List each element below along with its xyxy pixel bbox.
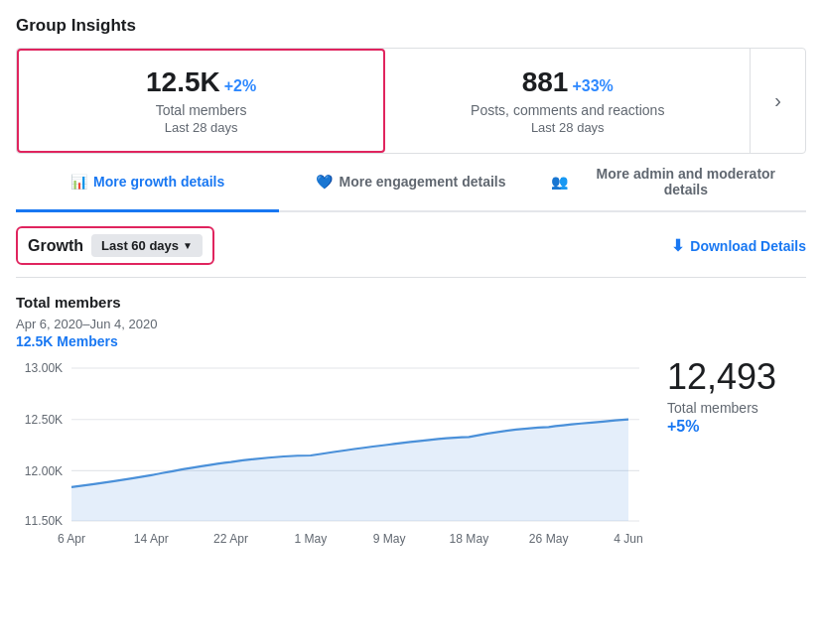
engagement-tab-icon: 💙 xyxy=(316,174,333,190)
total-members-chart-label: Total members xyxy=(667,400,758,416)
total-members-label: Total members xyxy=(156,102,247,118)
growth-tab-label: More growth details xyxy=(93,174,224,190)
x-label-6apr: 6 Apr xyxy=(58,532,85,546)
y-label-13k: 13.00K xyxy=(25,361,63,375)
total-members-section-title: Total members xyxy=(16,286,806,317)
page-title: Group Insights xyxy=(16,16,806,36)
x-label-22apr: 22 Apr xyxy=(213,532,248,546)
time-period-dropdown[interactable]: Last 60 days ▼ xyxy=(91,234,203,257)
x-label-4jun: 4 Jun xyxy=(614,532,643,546)
chevron-right-icon: › xyxy=(774,89,781,112)
total-members-change: +2% xyxy=(224,77,256,95)
chart-area: Apr 6, 2020–Jun 4, 2020 12.5K Members 13… xyxy=(16,317,806,576)
tabs-row: 📊 More growth details 💙 More engagement … xyxy=(16,154,806,212)
chart-right: 12,493 Total members +5% xyxy=(667,317,806,436)
growth-section: Growth Last 60 days ▼ ⬇ Download Details… xyxy=(16,212,806,583)
x-label-18may: 18 May xyxy=(450,532,490,546)
chart-container: 13.00K 12.50K 12.00K 11.50K xyxy=(16,357,651,576)
reactions-card: 881 +33% Posts, comments and reactions L… xyxy=(385,49,751,153)
x-label-9may: 9 May xyxy=(373,532,407,546)
more-stats-arrow[interactable]: › xyxy=(751,49,805,153)
chart-svg: 13.00K 12.50K 12.00K 11.50K xyxy=(16,357,651,576)
total-members-sublabel: Last 28 days xyxy=(165,120,238,135)
chart-members-label: 12.5K Members xyxy=(16,333,651,349)
x-label-1may: 1 May xyxy=(294,532,328,546)
chart-left: Apr 6, 2020–Jun 4, 2020 12.5K Members 13… xyxy=(16,317,651,576)
x-label-26may: 26 May xyxy=(529,532,570,546)
tab-engagement[interactable]: 💙 More engagement details xyxy=(279,154,542,212)
section-divider xyxy=(16,277,806,278)
reactions-stat: 881 +33% xyxy=(522,66,614,98)
chart-date-range: Apr 6, 2020–Jun 4, 2020 xyxy=(16,317,651,331)
x-label-14apr: 14 Apr xyxy=(134,532,169,546)
admin-tab-icon: 👥 xyxy=(551,174,568,190)
total-members-stat: 12.5K +2% xyxy=(146,66,256,98)
download-icon: ⬇ xyxy=(671,236,684,255)
dropdown-label: Last 60 days xyxy=(101,238,179,253)
reactions-value: 881 xyxy=(522,66,569,98)
stats-row: 12.5K +2% Total members Last 28 days 881… xyxy=(16,48,806,154)
tab-growth[interactable]: 📊 More growth details xyxy=(16,154,279,212)
y-label-11-5k: 11.50K xyxy=(25,514,63,528)
growth-title: Growth xyxy=(28,237,83,255)
group-insights-container: Group Insights 12.5K +2% Total members L… xyxy=(0,0,822,599)
y-label-12k: 12.00K xyxy=(25,464,63,478)
download-details-button[interactable]: ⬇ Download Details xyxy=(671,236,806,255)
tab-admin[interactable]: 👥 More admin and moderator details xyxy=(543,154,806,212)
growth-controls: Growth Last 60 days ▼ xyxy=(16,226,214,265)
engagement-tab-label: More engagement details xyxy=(339,174,505,190)
total-members-card: 12.5K +2% Total members Last 28 days xyxy=(17,49,385,153)
download-label: Download Details xyxy=(690,238,806,254)
y-label-12-5k: 12.50K xyxy=(25,413,63,427)
reactions-change: +33% xyxy=(572,77,613,95)
dropdown-arrow-icon: ▼ xyxy=(183,240,193,251)
reactions-sublabel: Last 28 days xyxy=(531,120,605,135)
total-members-number: 12,493 xyxy=(667,356,776,398)
total-members-pct-change: +5% xyxy=(667,418,699,436)
growth-header: Growth Last 60 days ▼ ⬇ Download Details xyxy=(16,226,806,265)
growth-tab-icon: 📊 xyxy=(70,174,87,190)
total-members-value: 12.5K xyxy=(146,66,220,98)
reactions-label: Posts, comments and reactions xyxy=(471,102,664,118)
admin-tab-label: More admin and moderator details xyxy=(574,166,798,197)
